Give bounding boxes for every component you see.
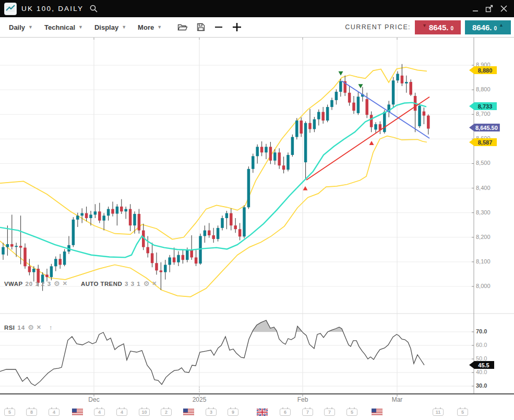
candle-body xyxy=(89,214,92,218)
candle-body xyxy=(19,246,22,247)
candle-body xyxy=(326,107,329,121)
calendar-icon[interactable]: 7 xyxy=(324,409,335,416)
calendar-icon[interactable]: 8 xyxy=(26,409,37,416)
gear-icon[interactable]: ⚙ xyxy=(28,323,34,331)
event-marker[interactable] xyxy=(257,409,268,416)
candle-body xyxy=(278,152,281,165)
event-marker[interactable] xyxy=(72,409,83,416)
calendar-icon[interactable]: 10 xyxy=(139,409,150,416)
candle-body xyxy=(133,214,136,225)
time-axis-label: Feb xyxy=(297,396,308,403)
candle-body xyxy=(204,231,207,236)
event-marker[interactable]: 6 xyxy=(280,409,291,416)
price-axis-label: 8,300 xyxy=(476,209,491,215)
us-flag-icon[interactable] xyxy=(72,409,83,416)
move-pane-up-icon[interactable]: ↑ xyxy=(49,323,53,331)
candle-body xyxy=(295,121,298,137)
rsi-line xyxy=(0,320,424,386)
calendar-icon[interactable]: 9 xyxy=(228,409,238,416)
event-marker[interactable]: 8 xyxy=(26,409,37,416)
buy-price-button[interactable]: 8646.0▲ xyxy=(465,20,511,34)
event-marker[interactable]: 2 xyxy=(161,409,172,416)
candle-body xyxy=(317,112,320,119)
event-marker[interactable]: 7 xyxy=(324,409,335,416)
candle-body xyxy=(313,119,316,129)
candle-body xyxy=(374,124,377,129)
candle-body xyxy=(107,209,110,216)
calendar-icon[interactable]: 4 xyxy=(49,409,59,416)
sell-price-decimal: 0 xyxy=(450,26,453,31)
popout-icon[interactable] xyxy=(485,5,494,13)
calendar-icon[interactable]: 11 xyxy=(433,409,444,416)
calendar-icon[interactable]: 5 xyxy=(4,409,15,416)
candle-body xyxy=(199,236,202,263)
event-marker[interactable]: 10 xyxy=(139,409,150,416)
save-icon[interactable] xyxy=(192,21,210,33)
event-marker[interactable]: 5 xyxy=(457,409,468,416)
menu-display[interactable]: Display▼ xyxy=(89,20,132,34)
candle-body xyxy=(423,112,426,116)
event-marker[interactable]: 5 xyxy=(4,409,15,416)
candle-body xyxy=(401,76,404,83)
open-folder-icon[interactable] xyxy=(173,21,192,33)
candle-body xyxy=(238,229,242,236)
event-marker[interactable]: 4 xyxy=(116,409,127,416)
candle-body xyxy=(98,211,101,220)
candle-body xyxy=(230,213,233,226)
event-marker[interactable]: 3 xyxy=(206,409,217,416)
candle-body xyxy=(225,213,229,218)
candle-body xyxy=(173,257,176,262)
menu-more[interactable]: More▼ xyxy=(132,20,168,34)
event-marker[interactable]: 9 xyxy=(228,409,238,416)
uk-flag-icon[interactable] xyxy=(257,409,268,416)
calendar-icon[interactable]: 4 xyxy=(116,409,127,416)
gear-icon[interactable]: ⚙ xyxy=(144,280,150,287)
candle-body xyxy=(138,214,141,231)
calendar-icon[interactable]: 6 xyxy=(280,409,291,416)
menu-technical[interactable]: Technical▼ xyxy=(39,20,89,34)
candle-body xyxy=(28,266,31,272)
candle-body xyxy=(58,259,62,265)
calendar-icon[interactable]: 5 xyxy=(346,409,357,416)
rsi-value-tag: 45.5 xyxy=(469,361,494,369)
zoom-in-icon[interactable] xyxy=(228,20,246,34)
candle-body xyxy=(155,263,158,270)
price-axis-label: 8,800 xyxy=(476,86,491,92)
event-marker[interactable] xyxy=(372,409,382,416)
rsi-axis-label: 30.0 xyxy=(476,382,487,389)
us-flag-icon[interactable] xyxy=(372,409,382,416)
calendar-icon[interactable]: 4 xyxy=(94,409,105,416)
menu-more-label: More xyxy=(138,23,154,31)
search-icon[interactable] xyxy=(89,4,98,13)
event-marker[interactable]: 7 xyxy=(302,409,313,416)
menu-timeframe-daily[interactable]: Daily▼ xyxy=(3,20,39,34)
us-flag-icon[interactable] xyxy=(183,409,194,416)
sell-price-button[interactable]: ▼8645.0 xyxy=(415,20,461,34)
event-marker[interactable]: 11 xyxy=(433,409,444,416)
candle-body xyxy=(116,207,119,214)
candles xyxy=(2,64,429,291)
event-marker[interactable]: 5 xyxy=(346,409,357,416)
event-marker[interactable]: 4 xyxy=(49,409,59,416)
event-marker[interactable] xyxy=(183,409,194,416)
calendar-icon[interactable]: 7 xyxy=(302,409,313,416)
calendar-icon[interactable]: 2 xyxy=(161,409,172,416)
rsi-axis-label: 50.0 xyxy=(476,355,487,362)
minimize-icon[interactable] xyxy=(472,5,479,13)
remove-icon[interactable]: ✕ xyxy=(37,324,41,331)
close-icon[interactable] xyxy=(500,5,508,13)
candle-body xyxy=(217,228,220,239)
candle-body xyxy=(300,121,303,134)
remove-icon[interactable]: ✕ xyxy=(63,280,67,287)
chart-area[interactable]: VWAP 20 1 2 3 ⚙ ✕ AUTO TREND 3 3 1 ⚙ ✕ R… xyxy=(0,38,514,420)
gear-icon[interactable]: ⚙ xyxy=(54,280,60,287)
remove-icon[interactable]: ✕ xyxy=(152,280,157,287)
calendar-icon[interactable]: 3 xyxy=(206,409,217,416)
calendar-icon[interactable]: 5 xyxy=(457,409,468,416)
price-tag: 8,880 xyxy=(469,66,497,74)
candle-body xyxy=(365,99,368,115)
event-marker[interactable]: 4 xyxy=(94,409,105,416)
zoom-out-icon[interactable] xyxy=(210,21,228,33)
price-tag: 8,645.50 xyxy=(469,124,500,131)
candle-body xyxy=(286,155,290,170)
